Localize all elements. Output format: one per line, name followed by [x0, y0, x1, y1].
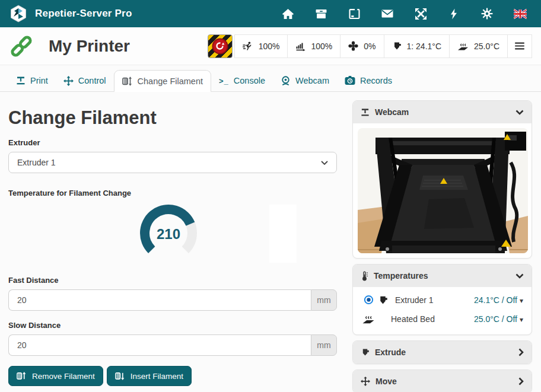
fan-status[interactable]: 0% [340, 35, 383, 58]
archive-box-icon[interactable] [314, 7, 327, 20]
heated-bed-icon [457, 42, 469, 51]
tab-console[interactable]: >_ Console [211, 70, 273, 91]
temperature-gauge[interactable]: 210 [134, 202, 203, 264]
radio-selected-icon[interactable] [361, 295, 375, 305]
printer-tabs: Print Control Change Filament >_ Console… [0, 65, 541, 92]
filament-actions: Remove Filament Insert Filament [8, 366, 337, 386]
move-panel: Move [352, 369, 532, 392]
language-flag-icon[interactable] [514, 7, 527, 20]
tab-control[interactable]: Control [56, 70, 114, 91]
caret-down-icon: ▾ [520, 315, 523, 324]
move-cross-icon [63, 76, 74, 86]
extruder-temp-status[interactable]: 1: 24.1°C [384, 35, 450, 58]
speed-runner-icon [243, 42, 253, 51]
webcam-icon [281, 75, 291, 86]
fan-icon [348, 41, 358, 51]
printer-status-toolbar: 100% 100% 0% 1: 24.1°C 25.0°C [208, 34, 532, 58]
slow-distance-input[interactable] [8, 334, 311, 356]
insert-filament-button[interactable]: Insert Filament [107, 366, 192, 386]
emergency-stop-button[interactable] [208, 34, 233, 58]
fast-distance-unit: mm [311, 289, 337, 311]
repetier-server-app: Repetier-Server Pro [0, 0, 541, 392]
temperature-gauge-row: 210 [8, 202, 337, 267]
printer-title: My Printer [49, 37, 130, 56]
filament-up-icon [17, 371, 27, 381]
printer-icon [361, 108, 370, 117]
webcam-panel-header[interactable]: Webcam [353, 101, 532, 123]
temp-row-name: Heated Bed [391, 314, 435, 324]
filament-change-icon [122, 77, 133, 86]
extruder-select[interactable]: Extruder 1 [8, 152, 337, 173]
temp-row-extruder: Extruder 1 24.1°C / Off▾ [361, 295, 523, 305]
slow-distance-group: mm [8, 334, 337, 356]
fast-distance-input[interactable] [8, 289, 311, 311]
console-icon: >_ [219, 77, 229, 85]
extruder-label: Extruder [8, 138, 337, 147]
tab-webcam[interactable]: Webcam [273, 70, 337, 91]
flow-bars-icon [295, 42, 305, 51]
chevron-down-icon [321, 161, 328, 165]
thermometer-icon [361, 271, 368, 281]
hamburger-icon [515, 42, 524, 50]
navbar-icon-group [281, 7, 527, 20]
extruder-nozzle-icon [375, 295, 390, 305]
connection-link-icon [8, 33, 34, 59]
records-icon [345, 76, 355, 85]
temperatures-body: Extruder 1 24.1°C / Off▾ Heated Bed 25.0… [353, 287, 532, 334]
print-icon [16, 76, 26, 85]
temperatures-panel: Temperatures Extruder 1 24.1°C [352, 264, 532, 335]
remove-filament-button[interactable]: Remove Filament [8, 366, 103, 386]
move-panel-header[interactable]: Move [353, 370, 532, 392]
caret-down-icon: ▾ [520, 297, 523, 305]
brand-title: Repetier-Server Pro [35, 8, 132, 20]
extruder-nozzle-icon [392, 42, 402, 50]
top-navbar: Repetier-Server Pro [0, 0, 541, 27]
chevron-right-icon [518, 377, 524, 385]
manual-icon[interactable] [348, 7, 361, 20]
tab-change-filament[interactable]: Change Filament [114, 70, 211, 92]
tab-records[interactable]: Records [337, 70, 400, 91]
tab-print[interactable]: Print [8, 70, 56, 91]
extrude-panel: Extrude [352, 340, 532, 364]
status-group: 100% 100% 0% 1: 24.1°C 25.0°C [234, 34, 532, 58]
extruder-temp-dropdown[interactable]: 24.1°C / Off▾ [474, 295, 523, 305]
app-logo-icon[interactable] [9, 5, 27, 23]
home-icon[interactable] [281, 7, 294, 20]
chevron-down-icon [515, 110, 524, 115]
messages-icon[interactable] [381, 7, 394, 20]
temperatures-panel-header[interactable]: Temperatures [353, 264, 532, 287]
emergency-stop-icon [212, 38, 228, 54]
extruder-nozzle-icon [361, 348, 370, 356]
printer-menu-button[interactable] [507, 35, 532, 58]
settings-gear-icon[interactable] [480, 7, 494, 20]
page-title: Change Filament [8, 107, 337, 129]
bed-temp-dropdown[interactable]: 25.0°C / Off▾ [474, 314, 523, 324]
power-bolt-icon[interactable] [447, 7, 460, 20]
slow-distance-unit: mm [311, 334, 337, 356]
webcam-body [353, 123, 532, 258]
content-area: Change Filament Extruder Extruder 1 Temp… [0, 92, 541, 392]
fast-distance-group: mm [8, 289, 337, 311]
extruder-select-value: Extruder 1 [17, 158, 56, 167]
printer-header: My Printer 100% 100% 0% [0, 27, 541, 65]
extrude-panel-header[interactable]: Extrude [353, 341, 532, 364]
webcam-panel: Webcam [352, 100, 532, 259]
bed-temp-status[interactable]: 25.0°C [449, 35, 507, 58]
temp-row-bed: Heated Bed 25.0°C / Off▾ [361, 314, 523, 324]
filament-down-icon [115, 371, 125, 381]
chevron-down-icon [515, 273, 524, 279]
speed-multiplier-status[interactable]: 100% [235, 35, 288, 58]
right-sidebar: Webcam [352, 92, 532, 392]
chevron-right-icon [518, 348, 524, 356]
temp-row-name: Extruder 1 [395, 295, 434, 305]
change-filament-panel: Change Filament Extruder Extruder 1 Temp… [8, 92, 337, 392]
gauge-slider-area[interactable] [269, 205, 297, 263]
move-cross-icon [361, 377, 370, 386]
webcam-image [358, 128, 528, 253]
fullscreen-icon[interactable] [414, 7, 427, 20]
fast-distance-label: Fast Distance [8, 276, 337, 285]
flow-multiplier-status[interactable]: 100% [287, 35, 340, 58]
gauge-value: 210 [157, 226, 180, 242]
temperature-label: Temperature for Filament Change [8, 189, 337, 197]
slow-distance-label: Slow Distance [8, 321, 337, 330]
